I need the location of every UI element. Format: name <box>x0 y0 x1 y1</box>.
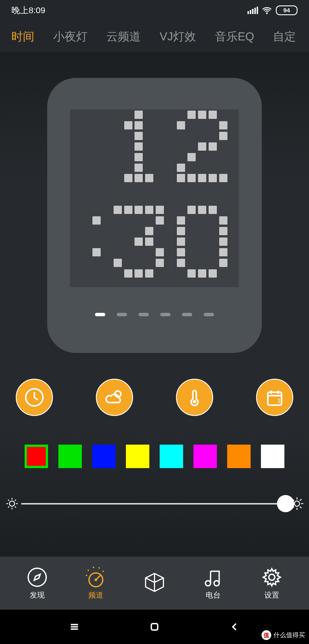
feature-clock-button[interactable] <box>16 379 53 416</box>
feature-temperature-button[interactable] <box>176 379 213 416</box>
svg-point-27 <box>214 581 219 586</box>
page-dot[interactable] <box>95 313 105 316</box>
svg-point-14 <box>294 501 300 506</box>
battery-indicator: 94 <box>276 5 298 15</box>
page-dot[interactable] <box>204 313 214 316</box>
music-icon <box>203 567 223 588</box>
svg-point-5 <box>9 501 15 506</box>
tab-musiceq[interactable]: 音乐EQ <box>215 29 254 44</box>
nav-label: 频道 <box>88 590 103 600</box>
brightness-slider[interactable] <box>21 503 288 504</box>
cube-icon <box>143 568 166 597</box>
pixel-clock-display <box>70 109 239 287</box>
swatch-blue[interactable] <box>92 445 116 468</box>
page-dot[interactable] <box>117 313 127 316</box>
svg-point-23 <box>28 568 46 586</box>
tab-nightlight[interactable]: 小夜灯 <box>53 29 88 44</box>
swatch-yellow[interactable] <box>126 445 149 468</box>
signal-icon <box>247 7 258 14</box>
swatch-red[interactable] <box>25 445 48 468</box>
svg-line-12 <box>15 500 16 501</box>
nav-channel[interactable]: 频道 <box>85 566 107 600</box>
back-icon[interactable] <box>229 621 240 632</box>
tab-vj[interactable]: VJ灯效 <box>160 29 196 44</box>
svg-line-21 <box>300 499 302 501</box>
color-swatches <box>4 445 305 468</box>
gear-icon <box>262 567 282 588</box>
status-time: 晚上8:09 <box>11 5 45 16</box>
swatch-orange[interactable] <box>227 445 251 468</box>
swatch-magenta[interactable] <box>193 445 217 468</box>
nav-radio[interactable]: 电台 <box>202 566 224 600</box>
page-indicator[interactable] <box>95 313 214 316</box>
svg-point-28 <box>205 581 211 586</box>
top-tabs: 时间 小夜灯 云频道 VJ灯效 音乐EQ 自定 <box>0 21 309 52</box>
nav-label: 发现 <box>30 590 45 600</box>
svg-line-20 <box>300 506 302 508</box>
swatch-cyan[interactable] <box>160 445 183 468</box>
home-icon[interactable] <box>149 621 160 632</box>
svg-point-26 <box>95 579 97 581</box>
cloud-sun-icon <box>104 387 125 408</box>
nav-settings[interactable]: 设置 <box>261 566 283 600</box>
slider-thumb[interactable] <box>277 495 294 512</box>
nav-label: 设置 <box>264 590 279 600</box>
clock-preview-card[interactable] <box>47 78 262 353</box>
swatch-white[interactable] <box>261 445 284 468</box>
calendar-icon: 1 <box>264 387 285 408</box>
status-bar: 晚上8:09 94 <box>0 0 309 21</box>
nav-discover[interactable]: 发现 <box>26 566 48 600</box>
nav-cube[interactable] <box>143 571 166 595</box>
svg-line-13 <box>8 506 9 508</box>
feature-calendar-button[interactable]: 1 <box>256 379 293 416</box>
brightness-low-icon <box>5 497 19 511</box>
svg-point-2 <box>193 400 196 403</box>
compass-icon <box>27 567 47 588</box>
tab-custom[interactable]: 自定 <box>273 29 296 44</box>
thermometer-icon <box>184 387 205 408</box>
watermark: 值 什么值得买 <box>262 630 305 640</box>
tab-cloud[interactable]: 云频道 <box>106 29 141 44</box>
svg-line-10 <box>8 500 9 501</box>
page-dot[interactable] <box>138 313 149 316</box>
recent-apps-icon[interactable] <box>69 621 80 632</box>
svg-point-29 <box>269 574 275 580</box>
tab-time[interactable]: 时间 <box>11 29 34 44</box>
feature-weather-button[interactable] <box>96 379 133 416</box>
nav-label: 电台 <box>206 590 221 600</box>
svg-rect-33 <box>151 624 158 630</box>
page-dot[interactable] <box>160 313 171 316</box>
svg-line-11 <box>15 506 16 508</box>
clock-icon <box>24 387 45 408</box>
wifi-icon <box>262 5 272 15</box>
svg-text:1: 1 <box>277 397 281 404</box>
page-dot[interactable] <box>182 313 192 316</box>
swatch-green[interactable] <box>58 445 82 468</box>
bottom-nav: 发现 频道 电台 设置 <box>0 557 309 610</box>
